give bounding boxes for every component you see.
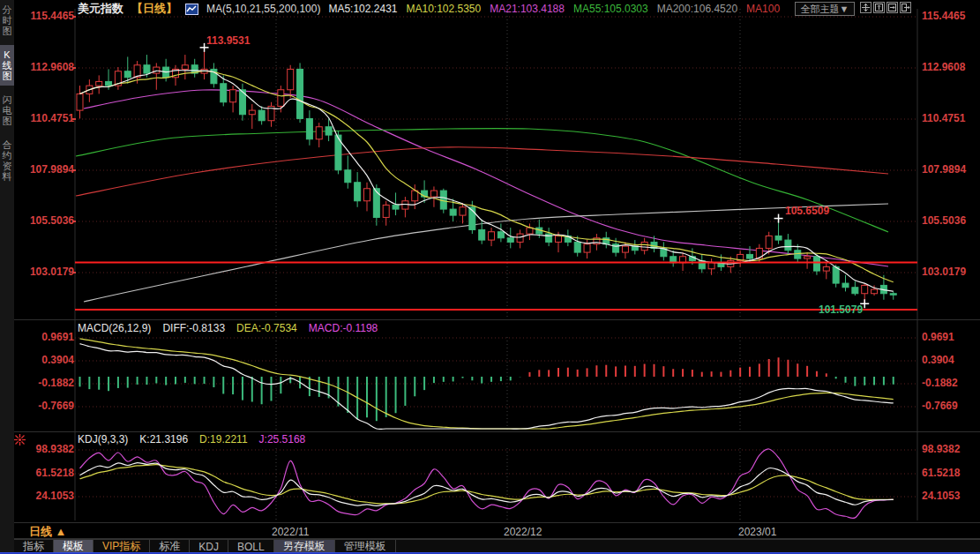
macd-axis-label-right-0: 0.9691 (922, 331, 980, 343)
kdj-axis-label-left-1: 61.5218 (16, 467, 74, 479)
ma-group-label: MA(5,10,21,55,200,100) (206, 3, 320, 15)
annotation-high: 113.9531 (206, 34, 250, 47)
theme-select-button[interactable]: 全部主题▼ (795, 2, 855, 16)
chart-type-sidebar: 分时图K线图闪电图合约资料 (0, 0, 14, 554)
macd-axis-label-right-2: -0.1882 (922, 377, 980, 389)
sidebar-item-1[interactable]: K线图 (0, 45, 14, 86)
macd-axis-label-right-3: -0.7669 (922, 400, 980, 412)
price-axis-label-right-4: 105.5036 (922, 214, 980, 227)
kdj-axis-label-left-0: 98.9382 (16, 443, 74, 455)
window-toolbar-icons (860, 2, 911, 13)
kdj-title: KDJ(9,3,3) (78, 433, 128, 445)
bottom-tab-另存模板[interactable]: 另存模板 (274, 540, 335, 553)
kdj-j-value: J:25.5168 (259, 433, 306, 445)
price-axis-label-left-1: 112.9608 (16, 61, 74, 73)
sidebar-item-0[interactable]: 分时图 (0, 0, 14, 41)
price-axis-label-left-4: 105.5036 (16, 214, 74, 227)
bottom-tab-管理模板[interactable]: 管理模板 (335, 540, 396, 553)
macd-axis-label-left-3: -0.7669 (16, 400, 74, 412)
kdj-axis-label-right-2: 24.1053 (922, 490, 980, 502)
macd-axis-label-left-1: 0.3904 (16, 354, 74, 366)
macd-bar-value: MACD:-0.1198 (309, 322, 378, 334)
kdj-axis-label-right-0: 98.9382 (922, 443, 980, 455)
price-axis-label-left-3: 107.9894 (16, 163, 74, 176)
price-axis-label-left-2: 110.4751 (16, 112, 74, 124)
bottom-tab-标准[interactable]: 标准 (150, 540, 190, 553)
bottom-tab-BOLL[interactable]: BOLL (228, 540, 274, 553)
header-ma-value-3: MA55:105.0303 (573, 3, 648, 15)
date-label-1: 2022/12 (504, 526, 542, 538)
kdj-axis-label-left-2: 24.1053 (16, 490, 74, 502)
period-tag: 【日线】 (131, 1, 177, 17)
fit-horizontal-icon[interactable] (886, 2, 898, 13)
shift-right-icon[interactable] (900, 2, 911, 13)
price-axis-label-right-3: 107.9894 (922, 163, 980, 176)
date-label-2: 2023/01 (738, 526, 776, 538)
mini-chart-icon (185, 4, 198, 15)
kdj-k-value: K:21.3196 (139, 433, 188, 445)
kdj-d-value: D:19.2211 (199, 433, 248, 445)
chart-header: 美元指数 【日线】 MA(5,10,21,55,200,100) MA5:102… (78, 2, 780, 16)
header-ma-value-0: MA5:102.2431 (328, 3, 397, 15)
period-selector[interactable]: 日线 ▲ (29, 524, 66, 540)
kdj-title-row: KDJ(9,3,3) K:21.3196 D:19.2211 J:25.5168 (78, 433, 305, 445)
kdj-axis-label-right-1: 61.5218 (922, 467, 980, 479)
price-axis-label-right-2: 110.4751 (922, 112, 980, 124)
price-axis-label-left-0: 115.4465 (16, 10, 74, 22)
header-ma-value-5: MA100 (746, 3, 780, 15)
annotation-low: 101.5079 (819, 303, 863, 316)
macd-title-row: MACD(26,12,9) DIFF:-0.8133 DEA:-0.7534 M… (78, 322, 378, 334)
header-ma-value-2: MA21:103.4188 (490, 3, 565, 15)
chart-canvas[interactable] (0, 0, 980, 554)
price-axis-label-right-5: 103.0179 (922, 266, 980, 278)
price-axis-label-right-1: 112.9608 (922, 61, 980, 73)
bottom-tab-指标[interactable]: 指标 (14, 540, 54, 553)
bottom-tab-bar: 指标模板VIP指标标准KDJBOLL另存模板管理模板 (14, 539, 980, 553)
annotation-mid-high: 105.6509 (785, 205, 829, 217)
macd-axis-label-left-2: -0.1882 (16, 377, 74, 389)
macd-axis-label-right-1: 0.3904 (922, 354, 980, 366)
bottom-tab-KDJ[interactable]: KDJ (190, 540, 228, 553)
macd-dea-value: DEA:-0.7534 (236, 322, 297, 334)
price-axis-label-left-5: 103.0179 (16, 266, 74, 278)
bottom-tab-VIP指标[interactable]: VIP指标 (94, 540, 150, 553)
trading-app-window: 分时图K线图闪电图合约资料 美元指数 【日线】 MA(5,10,21,55,20… (0, 0, 980, 554)
header-ma-value-1: MA10:102.5350 (406, 3, 481, 15)
macd-title: MACD(26,12,9) (78, 322, 151, 334)
macd-axis-label-left-0: 0.9691 (16, 331, 74, 343)
date-label-0: 2022/11 (272, 526, 310, 538)
instrument-title: 美元指数 (78, 1, 123, 17)
sidebar-item-2[interactable]: 闪电图 (0, 90, 14, 131)
fit-vertical-icon[interactable] (873, 2, 885, 13)
sidebar-item-3[interactable]: 合约资料 (0, 135, 14, 186)
bottom-tab-模板[interactable]: 模板 (54, 540, 94, 553)
macd-diff-value: DIFF:-0.8133 (162, 322, 225, 334)
ma-values: MA5:102.2431MA10:102.5350MA21:103.4188MA… (328, 3, 780, 15)
pan-icon[interactable] (860, 2, 872, 13)
header-ma-value-4: MA200:106.4520 (657, 3, 737, 15)
price-axis-label-right-0: 115.4465 (922, 10, 980, 22)
